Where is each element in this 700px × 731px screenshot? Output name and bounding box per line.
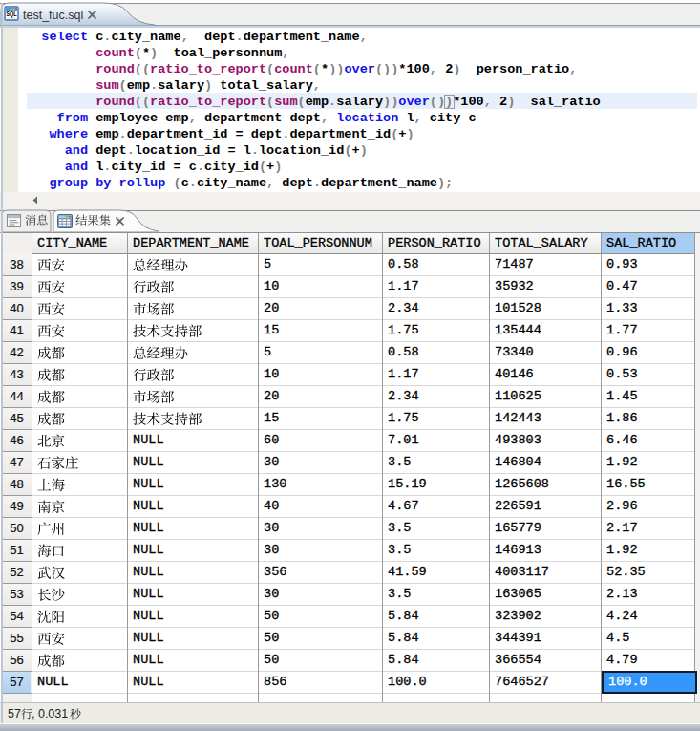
svg-text:SQL: SQL	[6, 10, 17, 18]
